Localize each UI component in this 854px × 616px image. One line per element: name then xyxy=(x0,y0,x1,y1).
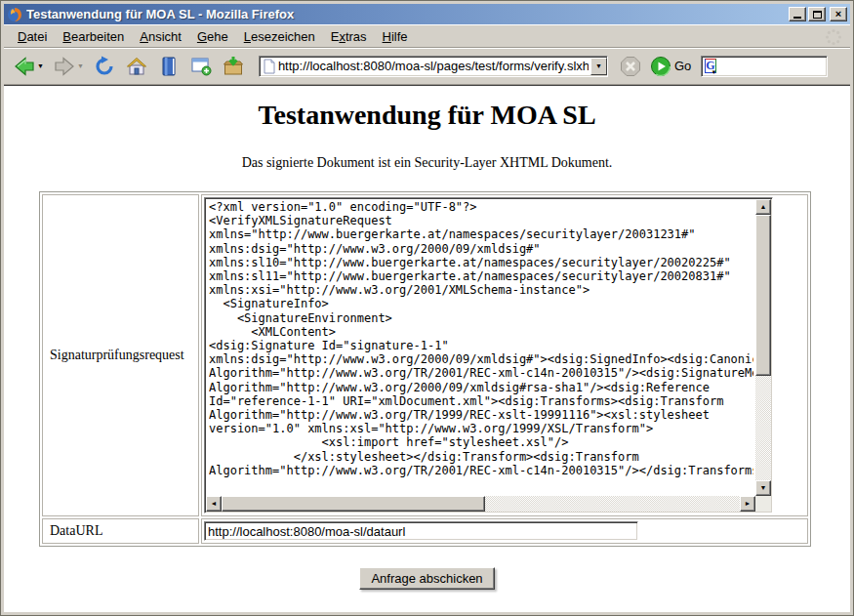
hscroll-thumb[interactable] xyxy=(222,496,485,512)
scrollbar-corner xyxy=(755,496,771,512)
new-window-icon xyxy=(189,55,213,78)
stop-icon xyxy=(620,56,641,77)
title-bar[interactable]: Testanwendung für MOA SL - Mozilla Firef… xyxy=(4,4,850,24)
url-input[interactable] xyxy=(276,59,590,74)
forward-icon xyxy=(53,55,76,78)
scroll-up-icon[interactable]: ▲ xyxy=(755,199,771,215)
menu-item-bearbeiten[interactable]: Bearbeiten xyxy=(55,27,132,46)
menu-bar: Datei Bearbeiten Ansicht Gehe Lesezeiche… xyxy=(4,24,850,48)
forward-button[interactable]: ▼ xyxy=(50,52,87,81)
maximize-button[interactable] xyxy=(808,7,826,21)
search-box: G ▼ xyxy=(701,56,828,77)
back-dropdown-icon[interactable]: ▼ xyxy=(37,62,44,69)
request-textarea[interactable]: <?xml version="1.0" encoding="UTF-8"?> <… xyxy=(204,197,773,513)
firefox-icon xyxy=(7,7,22,22)
dataurl-input[interactable] xyxy=(204,521,638,541)
search-engine-dropdown-icon: ▼ xyxy=(712,69,717,75)
reload-icon xyxy=(93,55,116,78)
vertical-scrollbar[interactable]: ▲ ▼ xyxy=(755,199,771,496)
scroll-down-icon[interactable]: ▼ xyxy=(755,480,771,496)
request-xml-text[interactable]: <?xml version="1.0" encoding="UTF-8"?> <… xyxy=(209,200,753,494)
home-icon xyxy=(125,55,148,78)
dataurl-label: DataURL xyxy=(42,518,199,544)
search-input[interactable] xyxy=(716,59,854,74)
page-content: Testanwendung für MOA SL Das signierte D… xyxy=(4,85,850,612)
menu-item-datei[interactable]: Datei xyxy=(10,27,55,46)
go-icon xyxy=(650,56,671,77)
go-label: Go xyxy=(674,59,691,73)
page-subtitle: Das signierte Dokument ist ein Security-… xyxy=(4,155,850,171)
submit-button[interactable]: Anfrage abschicken xyxy=(359,567,494,590)
forward-dropdown-icon[interactable]: ▼ xyxy=(77,62,84,69)
scroll-right-icon[interactable]: ► xyxy=(740,496,755,512)
horizontal-scrollbar[interactable]: ◄ ► xyxy=(206,496,755,512)
browser-window: Testanwendung für MOA SL - Mozilla Firef… xyxy=(0,0,854,616)
window-title: Testanwendung für MOA SL - Mozilla Firef… xyxy=(26,7,789,21)
downloads-icon xyxy=(222,55,245,78)
go-button[interactable]: Go xyxy=(647,53,698,80)
menu-item-extras[interactable]: Extras xyxy=(323,27,375,46)
menu-item-lesezeichen[interactable]: Lesezeichen xyxy=(236,27,323,46)
back-icon xyxy=(13,55,36,78)
request-row: Signaturprüfungsrequest <?xml version="1… xyxy=(42,194,808,516)
back-button[interactable]: ▼ xyxy=(10,52,47,81)
menu-item-ansicht[interactable]: Ansicht xyxy=(132,27,189,46)
scroll-left-icon[interactable]: ◄ xyxy=(206,496,222,512)
request-label: Signaturprüfungsrequest xyxy=(42,194,199,516)
url-bar: ▼ xyxy=(259,56,608,77)
menu-item-hilfe[interactable]: Hilfe xyxy=(375,27,416,46)
url-dropdown-icon[interactable]: ▼ xyxy=(590,58,607,75)
page-icon xyxy=(263,59,276,74)
vscroll-thumb[interactable] xyxy=(755,215,771,376)
button-row: Anfrage abschicken xyxy=(4,567,850,590)
downloads-button[interactable] xyxy=(219,52,248,81)
throbber-icon xyxy=(825,28,842,46)
home-button[interactable] xyxy=(122,52,151,81)
bookmarks-icon xyxy=(157,55,181,78)
dataurl-row: DataURL xyxy=(42,518,808,544)
navigation-toolbar: ▼ ▼ xyxy=(4,48,850,85)
reload-button[interactable] xyxy=(90,52,119,81)
bookmarks-button[interactable] xyxy=(154,52,183,81)
menu-item-gehe[interactable]: Gehe xyxy=(189,27,236,46)
minimize-button[interactable] xyxy=(789,7,806,21)
close-button[interactable]: × xyxy=(830,7,847,21)
search-engine-icon[interactable]: G ▼ xyxy=(705,59,715,73)
new-window-button[interactable] xyxy=(186,52,216,81)
form-table: Signaturprüfungsrequest <?xml version="1… xyxy=(39,191,811,547)
page-title: Testanwendung für MOA SL xyxy=(4,100,850,131)
stop-button[interactable] xyxy=(617,53,644,80)
